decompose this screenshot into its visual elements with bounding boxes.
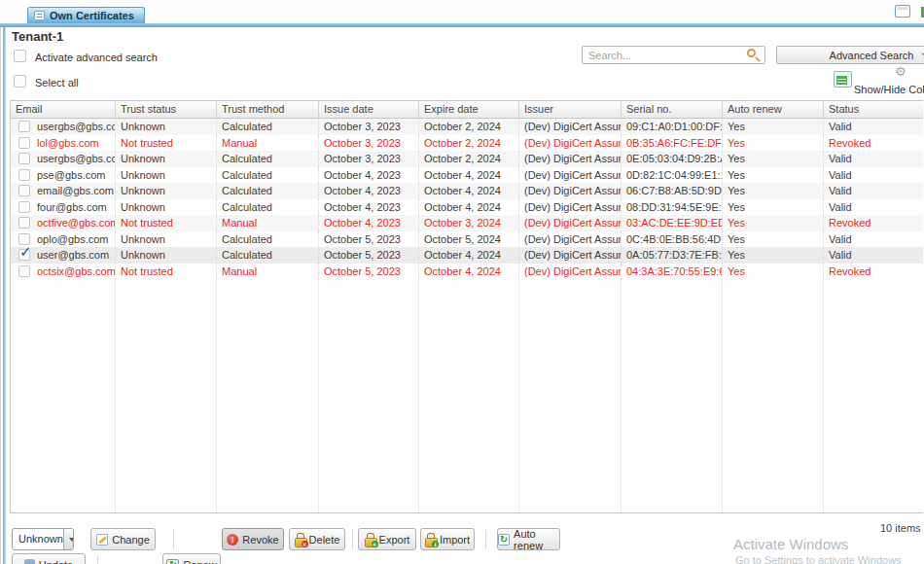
cell-status: Valid <box>824 151 924 167</box>
window-restore-icon[interactable] <box>895 5 910 18</box>
advanced-search-button[interactable]: Advanced Search <box>776 46 924 64</box>
left-panel-splitter[interactable] <box>3 27 6 564</box>
row-checkbox[interactable] <box>18 233 30 245</box>
header-cell-serial[interactable]: Serial no. <box>622 101 723 119</box>
table-fill-column <box>519 279 622 512</box>
activate-advanced-search-label: Activate advanced search <box>35 52 158 63</box>
revoke-alert-icon: ! <box>227 534 238 546</box>
delete-label: Delete <box>309 534 340 546</box>
cell-email-wrap: octfive@gbs.com <box>11 215 116 231</box>
header-cell-auto-renew[interactable]: Auto renew <box>723 101 824 119</box>
table-fill-column <box>319 279 419 512</box>
cell-auto-renew: Yes <box>723 135 824 152</box>
renew-label: Renew <box>183 559 216 564</box>
table-row[interactable]: ✓user@gbs.comUnknownCalculatedOctober 5,… <box>11 247 923 264</box>
header-cell-status[interactable]: Status <box>824 101 924 119</box>
row-checkbox[interactable] <box>18 121 30 132</box>
cell-email: email@gbs.com <box>37 185 114 196</box>
table-row[interactable]: four@gbs.comUnknownCalculatedOctober 4, … <box>11 199 923 216</box>
cell-status: Revoked <box>824 135 924 152</box>
cell-email: octsix@gbs.com <box>37 265 116 277</box>
auto-renew-button[interactable]: ↻ Auto renew <box>497 528 560 550</box>
import-button[interactable]: ↓ Import <box>420 528 475 550</box>
search-input[interactable] <box>582 46 765 64</box>
items-found-label: 10 items found <box>880 522 924 534</box>
change-label: Change <box>112 534 150 546</box>
page-title: Tenant-1 <box>12 29 63 44</box>
cell-auto-renew: Yes <box>723 247 824 264</box>
row-checkbox[interactable] <box>18 137 30 149</box>
cell-status: Valid <box>824 183 924 199</box>
table-row[interactable]: usergbs@gbs.comUnknownCalculatedOctober … <box>11 119 923 135</box>
row-checkbox[interactable] <box>18 185 30 196</box>
header-cell-issuer[interactable]: Issuer <box>519 101 622 119</box>
row-checkbox[interactable] <box>18 201 30 213</box>
cell-email: usergbs@gbs.com <box>37 121 116 132</box>
renew-button[interactable]: ↻ Renew <box>162 553 221 564</box>
dropdown-arrow-icon[interactable] <box>63 529 73 549</box>
change-button[interactable]: Change <box>90 528 156 550</box>
row-checkbox[interactable] <box>18 153 30 164</box>
table-row[interactable]: oplo@gbs.comUnknownCalculatedOctober 5, … <box>11 231 923 248</box>
cell-trust-status: Not trusted <box>116 264 217 280</box>
activate-windows-hint: Go to Settings to activate Windows <box>735 554 902 564</box>
cell-expire-date: October 5, 2024 <box>419 231 519 248</box>
cell-status: Revoked <box>824 215 924 231</box>
table-row[interactable]: usergbs@gbs.comUnknownCalculatedOctober … <box>11 151 923 167</box>
cell-trust-status: Unknown <box>116 183 217 199</box>
header-cell-expire-date[interactable]: Expire date <box>419 101 519 119</box>
cell-issue-date: October 3, 2023 <box>319 135 419 152</box>
cell-email: oplo@gbs.com <box>37 233 109 245</box>
cell-auto-renew: Yes <box>723 231 824 248</box>
cell-auto-renew: Yes <box>723 119 824 135</box>
cell-trust-method: Calculated <box>217 247 319 264</box>
tab-own-certificates[interactable]: Own Certificates <box>27 7 145 23</box>
cell-email-wrap: ✓user@gbs.com <box>11 247 116 264</box>
cell-status: Valid <box>824 247 924 264</box>
table-row[interactable]: octsix@gbs.comNot trustedManualOctober 5… <box>11 264 923 280</box>
cell-serial: 0E:05:03:04:D9:2B:AD:9... <box>622 151 723 167</box>
revoke-button[interactable]: ! Revoke <box>222 528 284 550</box>
show-hide-columns-button[interactable]: ⚙ Show/Hide Columns <box>834 64 924 95</box>
cell-email: lol@gbs.com <box>37 137 99 149</box>
select-all-checkbox[interactable] <box>14 75 26 88</box>
cell-serial: 03:AC:DE:EE:9D:ED:C7... <box>622 215 723 231</box>
table-row[interactable]: pse@gbs.comUnknownCalculatedOctober 4, 2… <box>11 167 923 184</box>
row-checkbox[interactable] <box>18 169 30 181</box>
export-button[interactable]: + Export <box>358 528 416 550</box>
update-button[interactable]: Update <box>12 553 86 564</box>
cell-trust-status: Not trusted <box>116 135 217 152</box>
header-cell-trust-status[interactable]: Trust status <box>116 101 217 119</box>
row-checkbox[interactable] <box>18 217 30 229</box>
header-cell-email[interactable]: Email <box>11 101 116 119</box>
table-row[interactable]: email@gbs.comUnknownCalculatedOctober 4,… <box>11 183 923 199</box>
row-checkbox[interactable] <box>18 265 30 277</box>
cell-trust-status: Not trusted <box>116 215 217 231</box>
cell-email-wrap: email@gbs.com <box>11 183 116 199</box>
cell-serial: 04:3A:3E:70:55:E9:69:A... <box>622 264 723 280</box>
trust-status-dropdown-value: Unknown <box>13 529 63 549</box>
cell-auto-renew: Yes <box>723 151 824 167</box>
cell-email: user@gbs.com <box>37 249 109 261</box>
renew-icon: ↻ <box>166 559 179 564</box>
trust-status-dropdown[interactable]: Unknown <box>12 528 74 550</box>
cell-trust-status: Unknown <box>116 247 217 264</box>
table-row[interactable]: lol@gbs.comNot trustedManualOctober 3, 2… <box>11 135 923 152</box>
cell-expire-date: October 2, 2024 <box>419 135 519 152</box>
search-icon[interactable] <box>747 49 756 57</box>
certificates-table: Email Trust status Trust method Issue da… <box>10 100 923 513</box>
activate-advanced-search-checkbox[interactable] <box>14 50 26 62</box>
cell-serial: 0C:4B:0E:BB:56:4D:66:... <box>622 231 723 248</box>
row-checkbox[interactable]: ✓ <box>18 249 30 261</box>
cell-email-wrap: oplo@gbs.com <box>11 231 116 248</box>
checkmark-icon: ✓ <box>19 247 32 261</box>
cell-serial: 0A:05:77:D3:7E:FB:0E:1... <box>622 247 723 264</box>
header-cell-issue-date[interactable]: Issue date <box>319 101 419 119</box>
cell-serial: 0D:82:1C:04:99:E1:10:B... <box>622 167 723 184</box>
toolbar-separator <box>173 530 174 549</box>
table-row[interactable]: octfive@gbs.comNot trustedManualOctober … <box>11 215 923 231</box>
cell-trust-status: Unknown <box>116 119 217 135</box>
toolbar-separator <box>485 530 486 549</box>
header-cell-trust-method[interactable]: Trust method <box>217 101 319 119</box>
delete-button[interactable]: × Delete <box>289 528 345 550</box>
